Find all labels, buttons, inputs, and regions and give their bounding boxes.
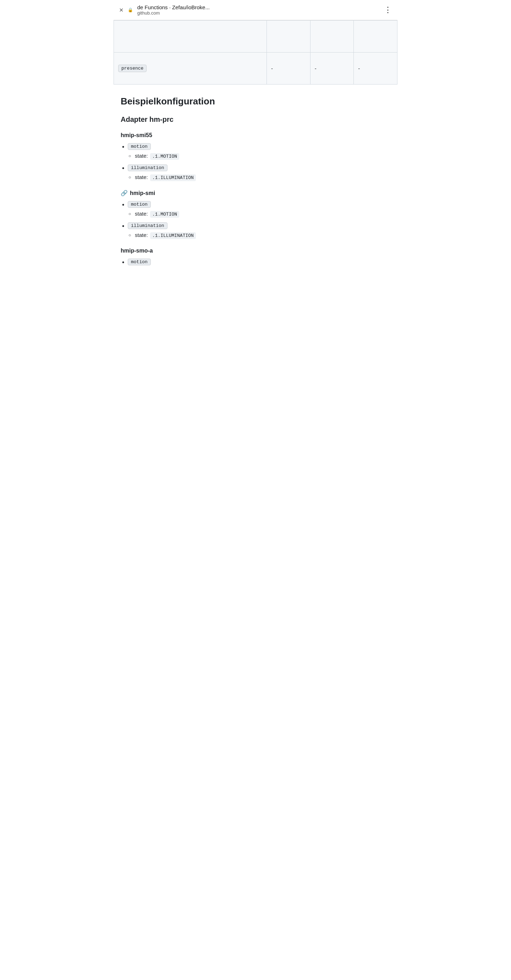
feature-list-hmip-smo-a: motion [121, 258, 390, 265]
browser-url: github.com [137, 10, 380, 16]
table-row: presence - - - [114, 52, 397, 84]
browser-menu-icon[interactable]: ⋮ [384, 5, 392, 14]
state-value: .1.MOTION [150, 153, 179, 160]
table-cell-dash1: - [267, 52, 311, 84]
feature-tag: motion [128, 259, 151, 265]
table-cell-dash3: - [354, 52, 397, 84]
devices-container: hmip-smi55motionstate: .1.MOTIONillumina… [121, 132, 390, 265]
device-section-hmip-smo-a: hmip-smo-amotion [121, 248, 390, 265]
device-section-hmip-smi: 🔗hmip-smimotionstate: .1.MOTIONilluminat… [121, 190, 390, 239]
list-item: illuminationstate: .1.ILLUMINATION [128, 222, 390, 239]
device-name-hmip-smi: hmip-smi [130, 190, 155, 196]
list-item: state: .1.MOTION [135, 211, 390, 218]
feature-list-hmip-smi55: motionstate: .1.MOTIONilluminationstate:… [121, 143, 390, 181]
table-row [114, 21, 397, 52]
device-heading-hmip-smi55: hmip-smi55 [121, 132, 390, 138]
sub-list: state: .1.MOTION [128, 153, 390, 160]
table-cell [114, 21, 267, 52]
browser-bar: × 🔒 de Functions · Zefau/ioBroke... gith… [114, 0, 397, 20]
sub-list: state: .1.MOTION [128, 211, 390, 218]
sub-list: state: .1.ILLUMINATION [128, 232, 390, 239]
device-heading-hmip-smo-a: hmip-smo-a [121, 248, 390, 254]
list-item: state: .1.MOTION [135, 153, 390, 160]
state-label: state: [135, 211, 149, 217]
state-label: state: [135, 232, 149, 238]
state-value: .1.MOTION [150, 211, 179, 218]
table-cell [354, 21, 397, 52]
presence-tag: presence [118, 65, 146, 72]
device-section-hmip-smi55: hmip-smi55motionstate: .1.MOTIONillumina… [121, 132, 390, 181]
data-table: presence - - - [114, 20, 397, 84]
link-icon: 🔗 [121, 190, 128, 196]
device-name-hmip-smi55: hmip-smi55 [121, 132, 152, 138]
device-name-hmip-smo-a: hmip-smo-a [121, 248, 153, 254]
state-label: state: [135, 153, 149, 159]
list-item: illuminationstate: .1.ILLUMINATION [128, 164, 390, 181]
lock-icon: 🔒 [128, 8, 133, 13]
sub-list: state: .1.ILLUMINATION [128, 174, 390, 181]
close-icon[interactable]: × [119, 6, 124, 13]
section-title: Beispielkonfiguration [121, 96, 390, 107]
state-value: .1.ILLUMINATION [150, 232, 196, 239]
feature-list-hmip-smi: motionstate: .1.MOTIONilluminationstate:… [121, 201, 390, 239]
browser-title-area: de Functions · Zefau/ioBroke... github.c… [137, 4, 380, 16]
device-heading-hmip-smi: 🔗hmip-smi [121, 190, 390, 196]
feature-tag: motion [128, 143, 151, 150]
list-item: motion [128, 258, 390, 265]
list-item: state: .1.ILLUMINATION [135, 174, 390, 181]
table-cell-dash2: - [310, 52, 354, 84]
main-content: Beispielkonfiguration Adapter hm-prc hmi… [114, 84, 397, 282]
list-item: motionstate: .1.MOTION [128, 201, 390, 218]
list-item: motionstate: .1.MOTION [128, 143, 390, 160]
table-cell-presence: presence [114, 52, 267, 84]
feature-tag: motion [128, 201, 151, 208]
adapter-label: Adapter hm-prc [121, 115, 390, 124]
state-value: .1.ILLUMINATION [150, 174, 196, 181]
table-section: presence - - - [114, 20, 397, 84]
feature-tag: illumination [128, 222, 168, 229]
feature-tag: illumination [128, 164, 168, 171]
browser-title: de Functions · Zefau/ioBroke... [137, 4, 380, 10]
state-label: state: [135, 174, 149, 180]
list-item: state: .1.ILLUMINATION [135, 232, 390, 239]
table-cell [310, 21, 354, 52]
table-cell [267, 21, 311, 52]
